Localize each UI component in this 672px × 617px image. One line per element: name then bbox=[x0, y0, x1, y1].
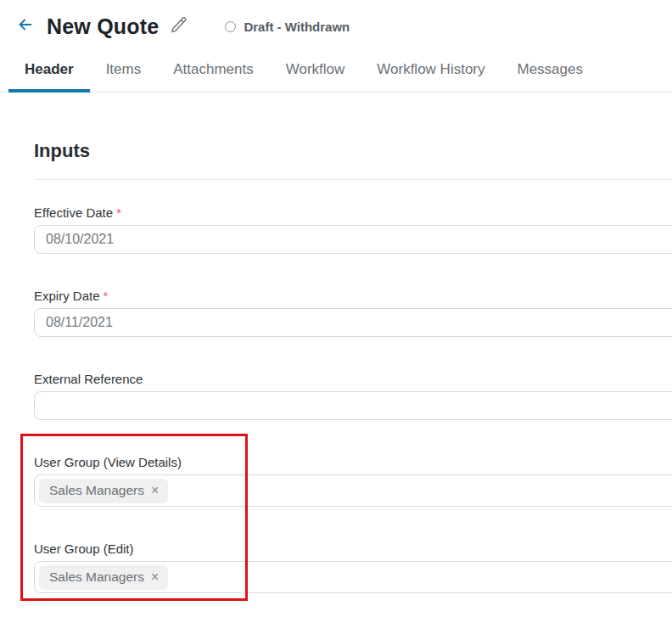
required-marker: * bbox=[104, 288, 109, 304]
tab-items[interactable]: Items bbox=[90, 51, 158, 92]
section-divider bbox=[34, 179, 672, 180]
field-effective-date: Effective Date * bbox=[34, 205, 672, 254]
back-arrow-icon bbox=[16, 15, 35, 37]
tag-chip-label: Sales Managers bbox=[49, 483, 144, 498]
page-title: New Quote bbox=[47, 14, 159, 39]
tab-workflow-history[interactable]: Workflow History bbox=[361, 51, 501, 92]
tab-workflow[interactable]: Workflow bbox=[270, 51, 361, 92]
external-reference-label: External Reference bbox=[34, 371, 143, 387]
field-user-group-view-details: User Group (View Details) Sales Managers… bbox=[34, 454, 672, 507]
effective-date-input[interactable] bbox=[34, 225, 672, 254]
tab-attachments[interactable]: Attachments bbox=[157, 51, 270, 92]
tag-chip: Sales Managers × bbox=[39, 565, 168, 590]
tag-chip: Sales Managers × bbox=[39, 479, 168, 503]
tab-messages[interactable]: Messages bbox=[501, 51, 599, 92]
field-user-group-edit: User Group (Edit) Sales Managers × bbox=[34, 541, 672, 593]
tab-bar: Header Items Attachments Workflow Workfl… bbox=[0, 51, 672, 93]
edit-title-button[interactable] bbox=[169, 16, 189, 36]
user-group-edit-input[interactable]: Sales Managers × bbox=[34, 561, 672, 593]
form-content: Inputs Effective Date * Expiry Date * Ex… bbox=[0, 140, 672, 593]
field-external-reference: External Reference bbox=[34, 371, 672, 420]
user-group-view-details-label: User Group (View Details) bbox=[34, 454, 182, 470]
expiry-date-input[interactable] bbox=[34, 308, 672, 337]
section-title: Inputs bbox=[34, 140, 672, 162]
remove-tag-icon[interactable]: × bbox=[151, 570, 159, 584]
back-button[interactable] bbox=[15, 16, 36, 36]
remove-tag-icon[interactable]: × bbox=[151, 484, 159, 497]
status-circle-icon bbox=[225, 21, 236, 32]
required-marker: * bbox=[116, 205, 121, 221]
effective-date-label: Effective Date bbox=[34, 205, 113, 221]
external-reference-input[interactable] bbox=[34, 391, 672, 420]
status-label: Draft - Withdrawn bbox=[244, 20, 350, 34]
tab-header[interactable]: Header bbox=[8, 51, 90, 92]
field-expiry-date: Expiry Date * bbox=[34, 288, 672, 337]
status-badge: Draft - Withdrawn bbox=[225, 20, 350, 34]
pencil-icon bbox=[170, 15, 188, 37]
page-header: New Quote Draft - Withdrawn bbox=[0, 0, 672, 41]
tag-chip-label: Sales Managers bbox=[49, 569, 144, 585]
user-group-edit-label: User Group (Edit) bbox=[34, 541, 134, 557]
user-group-view-details-input[interactable]: Sales Managers × bbox=[34, 474, 672, 507]
expiry-date-label: Expiry Date bbox=[34, 288, 100, 304]
